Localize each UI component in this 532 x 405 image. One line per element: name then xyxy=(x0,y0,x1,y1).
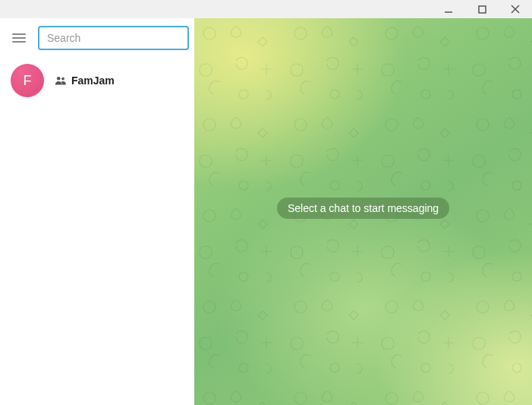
avatar-letter: F xyxy=(24,73,32,89)
group-icon xyxy=(55,76,67,85)
chat-item-famjam[interactable]: F FamJam xyxy=(0,58,194,103)
window-titlebar xyxy=(0,0,532,18)
menu-button[interactable] xyxy=(8,27,30,49)
sidebar: F FamJam xyxy=(0,18,194,405)
search-input[interactable] xyxy=(38,26,189,50)
avatar: F xyxy=(11,64,44,97)
sidebar-header xyxy=(0,18,194,58)
chat-list: F FamJam xyxy=(0,58,194,405)
hamburger-icon xyxy=(11,30,27,46)
svg-point-7 xyxy=(57,77,61,81)
chat-panel-empty: Select a chat to start messaging xyxy=(194,18,532,405)
window-close-button[interactable] xyxy=(505,2,526,17)
app-container: F FamJam xyxy=(0,18,532,405)
svg-rect-1 xyxy=(479,6,486,13)
window-maximize-button[interactable] xyxy=(471,2,493,17)
chat-name: FamJam xyxy=(71,74,115,87)
svg-point-8 xyxy=(61,78,65,81)
chat-title-wrap: FamJam xyxy=(55,74,115,87)
empty-state-prompt: Select a chat to start messaging xyxy=(277,198,449,219)
window-minimize-button[interactable] xyxy=(438,2,459,17)
